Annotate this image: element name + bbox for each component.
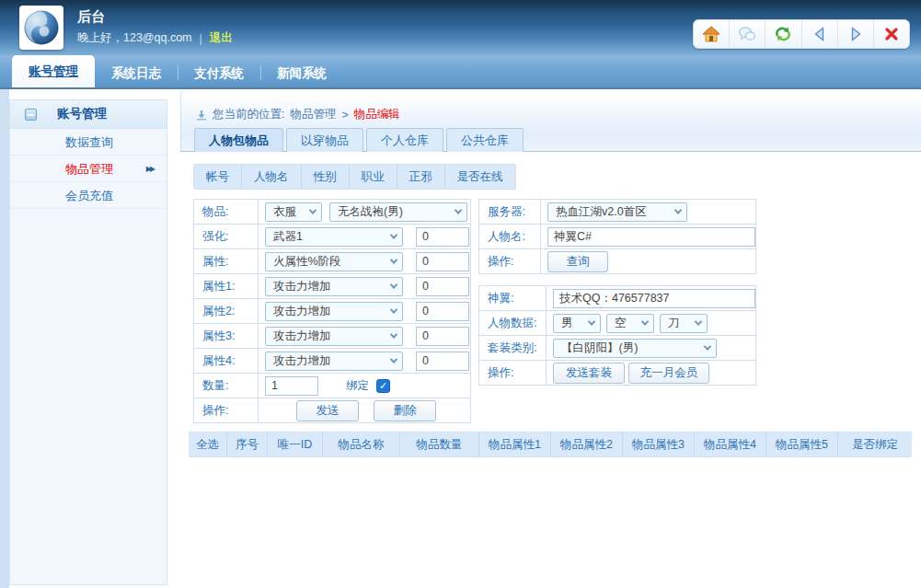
sidebar-item-member-recharge[interactable]: 会员充值: [10, 182, 167, 209]
bind-label: 绑定: [346, 378, 369, 394]
page-title: 后台: [77, 8, 105, 26]
refresh-icon: [774, 26, 792, 42]
column-index: 序号: [227, 432, 268, 456]
home-icon: [702, 26, 720, 42]
close-button[interactable]: [874, 20, 909, 48]
gender-select[interactable]: 男: [553, 314, 601, 333]
main-header-band: 您当前的位置: 物品管理 > 物品编辑 人物包物品 以穿物品 个人仓库 公共仓库: [180, 89, 921, 152]
send-button[interactable]: 发送: [296, 400, 359, 421]
chevron-down-icon: [695, 317, 702, 325]
recharge-month-button[interactable]: 充一月会员: [628, 363, 709, 384]
filter-gender[interactable]: 性别: [302, 165, 350, 189]
sidebar-item-item-management[interactable]: 物品管理 ▶▶: [10, 156, 167, 182]
column-item-attr2: 物品属性2: [551, 432, 623, 456]
item-name-select[interactable]: 无名战袍(男): [329, 202, 467, 222]
chevron-down-icon: [674, 206, 682, 213]
chat-button[interactable]: [730, 20, 766, 48]
back-icon: [812, 27, 827, 41]
column-select-all[interactable]: 全选: [189, 432, 227, 456]
home-button[interactable]: [694, 20, 730, 48]
filter-alignment[interactable]: 正邪: [397, 165, 445, 189]
subtab-bag-items[interactable]: 人物包物品: [194, 128, 283, 152]
filter-online-status[interactable]: 是否在线: [445, 165, 515, 189]
vip-actions-label: 操作:: [479, 361, 547, 386]
query-button[interactable]: 查询: [547, 251, 608, 272]
chevron-down-icon: [588, 317, 595, 325]
attr4-select[interactable]: 攻击力增加: [265, 352, 403, 371]
filter-profession[interactable]: 职业: [350, 165, 397, 189]
query-form: 服务器: 热血江湖v2.0首区 人物名: 神翼C# 操作: 查询: [478, 199, 756, 274]
tab-account-management[interactable]: 账号管理: [12, 55, 95, 87]
top-header: 后台 晚上好，123@qq.com | 退出: [0, 0, 921, 55]
header-toolbar: [693, 19, 910, 49]
attr3-value-input[interactable]: 0: [416, 327, 469, 346]
breadcrumb-section: 物品管理: [290, 107, 336, 122]
filter-account[interactable]: 帐号: [194, 165, 242, 189]
enhance-select[interactable]: 武器1: [265, 227, 403, 247]
attr3-select[interactable]: 攻击力增加: [265, 327, 403, 346]
query-actions-label: 操作:: [479, 249, 541, 274]
enhance-label: 强化:: [194, 225, 259, 249]
subtab-personal-warehouse[interactable]: 个人仓库: [366, 128, 443, 152]
nav-tab-strip: 账号管理 系统日志 支付系统 新闻系统: [0, 55, 921, 89]
char-data-label: 人物数据:: [479, 311, 547, 336]
column-item-attr1: 物品属性1: [479, 432, 551, 456]
server-label: 服务器:: [479, 200, 541, 225]
chevron-down-icon: [309, 206, 317, 213]
tab-system-log[interactable]: 系统日志: [95, 60, 178, 87]
column-item-attr5: 物品属性5: [766, 432, 838, 456]
attr4-label: 属性4:: [194, 349, 259, 374]
chevron-down-icon: [390, 355, 397, 363]
subtab-worn-items[interactable]: 以穿物品: [286, 128, 363, 152]
weapon-select[interactable]: 刀: [660, 314, 708, 333]
subtab-public-warehouse[interactable]: 公共仓库: [446, 128, 524, 152]
filter-character-name[interactable]: 人物名: [242, 165, 302, 189]
sidebar-item-data-query[interactable]: 数据查询: [10, 129, 167, 156]
item-actions-label: 操作:: [194, 398, 259, 423]
send-set-button[interactable]: 发送套装: [553, 363, 625, 384]
tab-news-system[interactable]: 新闻系统: [260, 60, 343, 87]
chevron-down-icon: [390, 281, 397, 288]
back-button[interactable]: [802, 20, 838, 48]
chevron-down-icon: [390, 231, 397, 238]
attr-value-input[interactable]: 0: [416, 252, 469, 271]
close-icon: [884, 27, 899, 41]
attr4-value-input[interactable]: 0: [416, 352, 469, 371]
sidebar-header: 账号管理: [10, 100, 167, 129]
shenyi-input[interactable]: 技术QQ：476577837: [553, 289, 755, 308]
items-grid-header: 全选 序号 唯一ID 物品名称 物品数量 物品属性1 物品属性2 物品属性3 物…: [189, 432, 912, 457]
bind-checkbox[interactable]: ✓: [376, 379, 390, 393]
slot-select[interactable]: 空: [606, 314, 654, 333]
breadcrumb-separator: >: [341, 109, 348, 121]
enhance-value-input[interactable]: 0: [416, 227, 469, 247]
page-left-border: [0, 89, 9, 588]
collapse-icon[interactable]: [25, 109, 37, 121]
server-select[interactable]: 热血江湖v2.0首区: [547, 202, 687, 222]
quantity-input[interactable]: 1: [265, 376, 318, 396]
character-name-input[interactable]: 神翼C#: [547, 227, 755, 247]
attr-label: 属性:: [194, 249, 259, 274]
tab-payment-system[interactable]: 支付系统: [178, 60, 260, 87]
chevron-down-icon: [704, 342, 711, 350]
attr1-select[interactable]: 攻击力增加: [265, 277, 403, 296]
vip-form: 神翼: 技术QQ：476577837 人物数据: 男 空 刀 套装类别: 【白阴…: [478, 285, 756, 386]
delete-button[interactable]: 删除: [374, 400, 436, 421]
forward-button[interactable]: [838, 20, 874, 48]
breadcrumb-label: 您当前的位置:: [213, 107, 284, 122]
set-type-select[interactable]: 【白阴阳】(男): [553, 339, 717, 358]
logout-link[interactable]: 退出: [210, 30, 233, 46]
attr2-value-input[interactable]: 0: [416, 302, 469, 321]
attr2-select[interactable]: 攻击力增加: [265, 302, 403, 321]
column-item-attr4: 物品属性4: [695, 432, 766, 456]
column-item-name: 物品名称: [323, 432, 400, 456]
forward-icon: [848, 27, 863, 41]
refresh-button[interactable]: [766, 20, 801, 48]
column-item-attr3: 物品属性3: [623, 432, 695, 456]
attr-select[interactable]: 火属性%阶段: [265, 252, 403, 271]
breadcrumb-current: 物品编辑: [354, 107, 400, 122]
item-category-select[interactable]: 衣服: [265, 202, 322, 222]
sidebar: 账号管理 数据查询 物品管理 ▶▶ 会员充值: [9, 99, 167, 585]
character-name-label: 人物名:: [479, 225, 541, 249]
attr1-value-input[interactable]: 0: [416, 277, 469, 296]
greeting-separator: |: [200, 32, 202, 45]
